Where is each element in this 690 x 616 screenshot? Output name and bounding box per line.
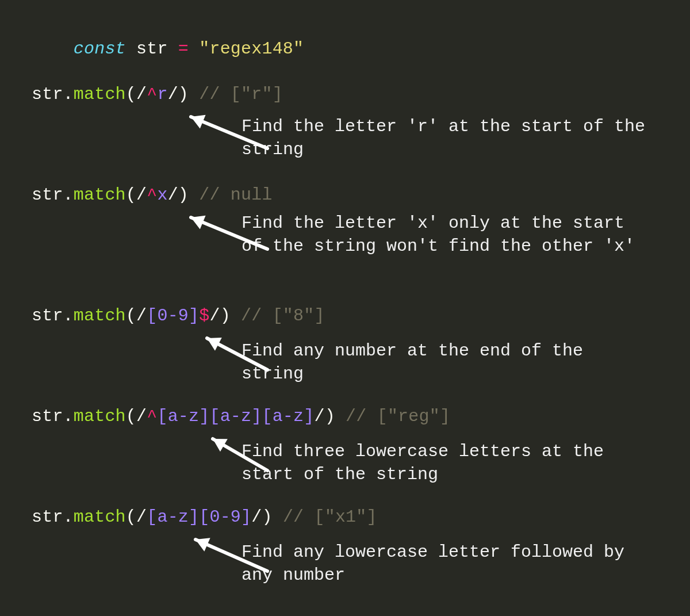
close-paren: ) bbox=[325, 407, 335, 426]
regex-token: [0-9] bbox=[147, 306, 199, 326]
regex-token: [a-z] bbox=[147, 507, 199, 527]
regex-token: $ bbox=[199, 306, 209, 326]
declaration-line: const str = "regex148" bbox=[32, 16, 304, 82]
regex-token: [a-z] bbox=[209, 407, 262, 426]
object-ident: str bbox=[32, 85, 63, 104]
open-paren: ( bbox=[126, 306, 136, 326]
regex-token: / bbox=[314, 407, 324, 426]
regex-token: / bbox=[168, 85, 178, 104]
code-canvas: const str = "regex148" str.match(/^r/) /… bbox=[0, 0, 690, 616]
dot: . bbox=[63, 407, 74, 426]
annotation-1: Find the letter 'r' at the start of the … bbox=[241, 115, 656, 161]
annotation-4: Find three lowercase letters at the star… bbox=[241, 440, 656, 486]
method-call: match bbox=[74, 507, 126, 527]
regex-token: x bbox=[157, 185, 167, 205]
regex-token: r bbox=[157, 85, 167, 104]
regex-token: / bbox=[136, 85, 147, 104]
close-paren: ) bbox=[178, 85, 189, 104]
open-paren: ( bbox=[126, 507, 136, 527]
code-line-3: str.match(/[0-9]$/) // ["8"] bbox=[32, 305, 325, 327]
arrow-head bbox=[191, 115, 206, 129]
object-ident: str bbox=[32, 185, 63, 205]
open-paren: ( bbox=[126, 407, 136, 426]
result-comment: // null bbox=[199, 185, 272, 205]
object-ident: str bbox=[32, 306, 63, 326]
object-ident: str bbox=[32, 407, 63, 426]
annotation-3: Find any number at the end of the string bbox=[241, 339, 656, 385]
regex-token: / bbox=[168, 185, 178, 205]
annotation-2: Find the letter 'x' only at the start of… bbox=[241, 212, 656, 258]
regex-token: ^ bbox=[147, 85, 157, 104]
open-paren: ( bbox=[126, 185, 136, 205]
operator-equals: = bbox=[178, 39, 189, 59]
close-paren: ) bbox=[178, 185, 189, 205]
string-literal: "regex148" bbox=[199, 39, 304, 59]
arrow-head bbox=[213, 439, 228, 452]
method-call: match bbox=[74, 306, 126, 326]
code-line-2: str.match(/^x/) // null bbox=[32, 184, 273, 206]
result-comment: // ["x1"] bbox=[283, 507, 377, 527]
result-comment: // ["r"] bbox=[199, 85, 283, 104]
regex-token: / bbox=[136, 185, 147, 205]
annotation-5: Find any lowercase letter followed by an… bbox=[241, 541, 656, 587]
regex-token: / bbox=[136, 306, 147, 326]
dot: . bbox=[63, 507, 74, 527]
close-paren: ) bbox=[262, 507, 272, 527]
close-paren: ) bbox=[220, 306, 231, 326]
dot: . bbox=[63, 185, 74, 205]
result-comment: // ["reg"] bbox=[346, 407, 450, 426]
arrow-head bbox=[191, 216, 206, 229]
regex-token: [a-z] bbox=[262, 407, 314, 426]
arrow-head bbox=[207, 338, 222, 351]
keyword-const: const bbox=[74, 39, 126, 59]
open-paren: ( bbox=[126, 85, 136, 104]
regex-token: [0-9] bbox=[199, 507, 251, 527]
dot: . bbox=[63, 85, 74, 104]
method-call: match bbox=[74, 407, 126, 426]
dot: . bbox=[63, 306, 74, 326]
object-ident: str bbox=[32, 507, 63, 527]
regex-token: / bbox=[136, 407, 147, 426]
method-call: match bbox=[74, 185, 126, 205]
code-line-4: str.match(/^[a-z][a-z][a-z]/) // ["reg"] bbox=[32, 405, 450, 427]
result-comment: // ["8"] bbox=[241, 306, 325, 326]
code-line-5: str.match(/[a-z][0-9]/) // ["x1"] bbox=[32, 506, 377, 528]
regex-token: [a-z] bbox=[157, 407, 209, 426]
arrow-head bbox=[195, 538, 210, 551]
regex-token: / bbox=[136, 507, 147, 527]
identifier: str bbox=[136, 39, 168, 59]
regex-token: ^ bbox=[147, 407, 157, 426]
method-call: match bbox=[74, 85, 126, 104]
regex-token: ^ bbox=[147, 185, 157, 205]
regex-token: / bbox=[209, 306, 220, 326]
regex-token: / bbox=[251, 507, 262, 527]
code-line-1: str.match(/^r/) // ["r"] bbox=[32, 83, 283, 105]
